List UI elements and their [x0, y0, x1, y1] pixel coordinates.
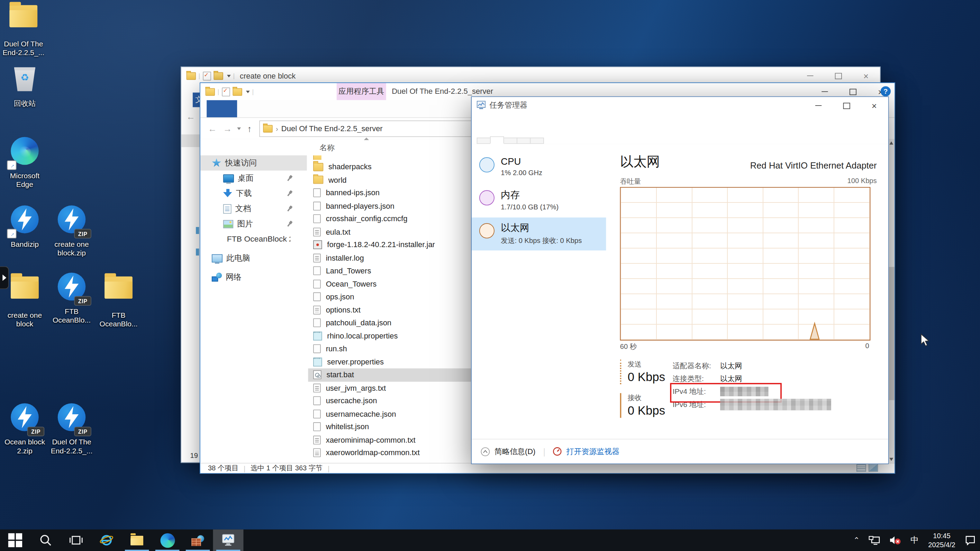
sidebar-item[interactable]: 下载: [200, 186, 307, 201]
forward-arrow-icon[interactable]: →: [223, 123, 232, 133]
sidebar-item[interactable]: 图片: [200, 216, 307, 231]
zip-badge: ZIP: [75, 296, 91, 306]
chevron-down-icon[interactable]: [227, 75, 231, 77]
file-explorer-button[interactable]: [122, 530, 152, 551]
windows-logo-icon: [8, 533, 22, 547]
minimize-button[interactable]: [796, 67, 824, 84]
tab[interactable]: [477, 138, 491, 144]
clock[interactable]: 10:45 2025/4/2: [923, 531, 961, 549]
breadcrumb[interactable]: Duel Of The End-2.2.5_server: [282, 124, 383, 133]
desktop-icon[interactable]: → Duel Of The End-2.2.5_...: [0, 0, 47, 57]
sidebar-item[interactable]: 网络: [200, 270, 307, 285]
folder-icon[interactable]: [205, 88, 215, 96]
internet-explorer-button[interactable]: [91, 530, 122, 551]
ipv6-label: IPv6 地址:: [673, 400, 720, 409]
close-button[interactable]: ×: [860, 97, 888, 114]
network-tray-icon[interactable]: [864, 530, 885, 551]
file-icon: [313, 358, 322, 366]
perf-item[interactable]: 内存 1.7/10.0 GB (17%): [472, 185, 606, 217]
sidebar-item-label: 文档: [235, 203, 251, 214]
ribbon-tab[interactable]: [237, 100, 267, 117]
ime-indicator[interactable]: 中: [906, 530, 923, 551]
recycle-bin-icon: [13, 65, 37, 91]
tab[interactable]: [517, 138, 530, 144]
sidebar-item[interactable]: FTB OceanBlock 2: [200, 231, 307, 247]
perf-item-detail: 1.7/10.0 GB (17%): [501, 203, 558, 210]
properties-check-icon[interactable]: [221, 87, 230, 96]
detail-value: 以太网: [720, 374, 742, 383]
task-manager-window[interactable]: 任务管理器 × CPU 1% 2.00 GHz: [471, 96, 889, 464]
file-icon: [313, 306, 321, 315]
scroll-down-arrow[interactable]: [889, 458, 893, 461]
ribbon-tab[interactable]: [267, 100, 298, 117]
maximize-button[interactable]: [824, 67, 852, 84]
help-button[interactable]: ?: [881, 86, 891, 96]
desktop-icon-label: create one block: [2, 311, 48, 328]
volume-muted-icon[interactable]: [885, 530, 906, 551]
desktop-icon[interactable]: ZIP → Duel Of The End-2.2.5_...: [48, 402, 95, 455]
new-folder-icon[interactable]: [232, 88, 242, 96]
perf-item[interactable]: 以太网 发送: 0 Kbps 接收: 0 Kbps: [472, 217, 606, 250]
ribbon-tab[interactable]: [207, 100, 237, 117]
task-manager-titlebar[interactable]: 任务管理器 ×: [472, 97, 888, 113]
action-center-icon[interactable]: [960, 530, 980, 551]
desktop-icon-label: Ocean block 2.zip: [2, 438, 48, 455]
fewer-details-link[interactable]: 简略信息(D): [495, 446, 535, 457]
thumbnail-view-button[interactable]: [869, 463, 878, 472]
close-button[interactable]: ×: [852, 67, 880, 84]
desktop-icon[interactable]: → Microsoft Edge: [2, 136, 48, 189]
sidebar-item[interactable]: 此电脑: [200, 251, 307, 266]
desktop-icon[interactable]: ZIP → FTB OceanBlo...: [48, 271, 95, 325]
separator: |: [198, 72, 200, 79]
ribbon-tab[interactable]: [298, 100, 328, 117]
address-bar[interactable]: › Duel Of The End-2.2.5_server: [259, 120, 476, 137]
search-button[interactable]: [30, 530, 61, 551]
minimize-button[interactable]: [805, 97, 833, 114]
item-count: 38 个项目: [208, 463, 239, 473]
ethernet-title: 以太网: [620, 153, 660, 170]
task-view-button[interactable]: [61, 530, 91, 551]
sidebar-item[interactable]: 快速访问: [200, 155, 307, 170]
tab[interactable]: [490, 136, 504, 144]
column-header-name[interactable]: 名称: [320, 143, 335, 153]
desktop-icon-art: →: [9, 65, 41, 97]
edge-button[interactable]: [152, 530, 183, 551]
hidden-panel-handle[interactable]: [0, 266, 9, 289]
back-arrow-icon[interactable]: ←: [208, 123, 217, 133]
task-manager-button[interactable]: [213, 530, 243, 551]
maximize-button[interactable]: [832, 97, 860, 114]
window-controls: ×: [796, 67, 880, 84]
desktop-icon[interactable]: → 回收站: [2, 63, 48, 108]
tab[interactable]: [530, 138, 544, 144]
ipv6-row: IPv6 地址:: [673, 398, 831, 411]
chevron-down-icon[interactable]: [246, 90, 250, 93]
back-arrow-icon[interactable]: ←: [186, 111, 196, 121]
sidebar-item-label: 网络: [226, 272, 242, 282]
new-folder-icon[interactable]: [213, 72, 223, 80]
sidebar-item[interactable]: 文档: [200, 201, 307, 216]
history-chevron-icon[interactable]: [237, 127, 241, 129]
tab[interactable]: [503, 138, 517, 144]
firewall-app-button[interactable]: [183, 530, 213, 551]
desktop-icon[interactable]: → FTB OceanBlo...: [95, 271, 142, 328]
collapse-chevron-icon[interactable]: [480, 447, 490, 456]
folder-icon[interactable]: [186, 72, 196, 80]
desktop-icon-label: Duel Of The End-2.2.5_...: [48, 438, 95, 455]
start-button[interactable]: [0, 530, 30, 551]
scroll-up-arrow[interactable]: [889, 142, 893, 145]
ribbon-tab[interactable]: [336, 100, 385, 117]
desktop-icon[interactable]: ZIP → Ocean block 2.zip: [2, 402, 48, 455]
window-title: create one block: [240, 71, 296, 80]
scrollbar-thumb[interactable]: [888, 267, 894, 400]
perf-item[interactable]: CPU 1% 2.00 GHz: [472, 151, 606, 185]
back-window-titlebar[interactable]: | | create one block ×: [181, 67, 880, 84]
sidebar-item[interactable]: 桌面: [200, 170, 307, 186]
desktop-icon[interactable]: → Bandizip: [2, 204, 48, 248]
desktop-icon[interactable]: ZIP → create one block.zip: [48, 204, 95, 258]
properties-check-icon[interactable]: [203, 71, 211, 80]
up-arrow-icon[interactable]: ↑: [247, 123, 251, 133]
vertical-scrollbar[interactable]: [888, 139, 894, 463]
details-view-button[interactable]: [856, 463, 866, 472]
tray-expand-chevron[interactable]: ⌃: [849, 530, 864, 551]
open-resource-monitor-link[interactable]: 打开资源监视器: [553, 446, 619, 457]
